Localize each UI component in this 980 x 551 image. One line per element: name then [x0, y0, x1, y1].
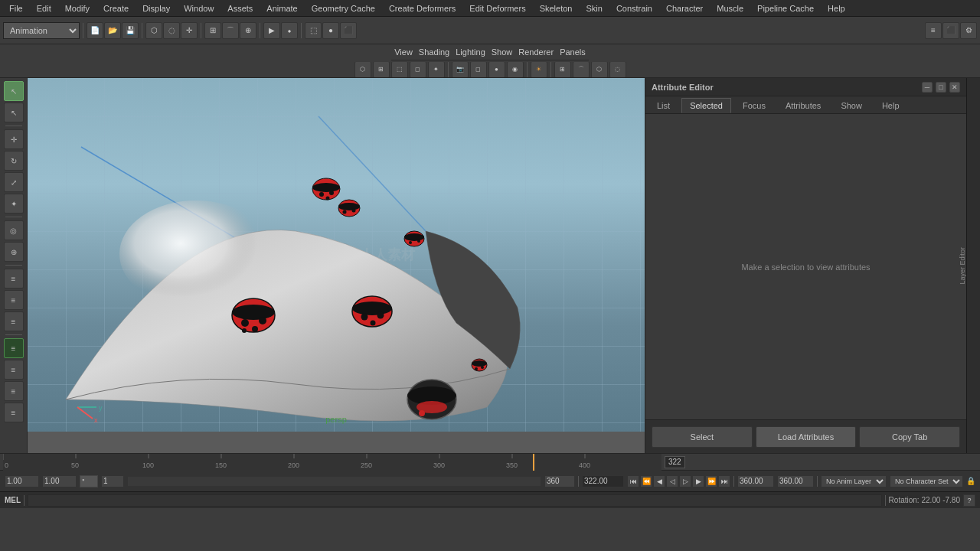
menu-constrain[interactable]: Constrain	[610, 2, 658, 15]
move-btn[interactable]: ✛	[181, 22, 198, 39]
select-btn[interactable]: Select	[652, 426, 753, 448]
layer-btn-1[interactable]: ≡	[4, 269, 24, 289]
viewport[interactable]: www.rr-sc.com 人人素材	[28, 78, 645, 453]
menu-file[interactable]: File	[3, 2, 29, 15]
playhead[interactable]	[533, 454, 534, 471]
vp-show-menu[interactable]: Show	[492, 47, 513, 57]
save-file-btn[interactable]: 💾	[122, 22, 139, 39]
mel-input[interactable]	[28, 494, 881, 507]
snap-curve-btn[interactable]: ⌒	[222, 22, 239, 39]
menu-character[interactable]: Character	[660, 2, 709, 15]
vp-renderer-menu[interactable]: Renderer	[518, 47, 554, 57]
ipr-btn[interactable]: ⬥	[281, 22, 298, 39]
tool-settings-btn[interactable]: ⚙	[960, 22, 977, 39]
menu-create-deformers[interactable]: Create Deformers	[383, 2, 462, 15]
texture-btn[interactable]: ⬛	[340, 22, 357, 39]
soft-mod-btn[interactable]: ◎	[4, 220, 24, 240]
frame-end-field[interactable]	[544, 475, 575, 487]
vp-lighting-menu[interactable]: Lighting	[456, 47, 485, 57]
rotate-tool-btn[interactable]: ↻	[4, 151, 24, 171]
panel-close-btn[interactable]: ✕	[949, 82, 960, 93]
universal-tool-btn[interactable]: ✦	[4, 194, 24, 214]
vp-shading-menu[interactable]: Shading	[419, 47, 449, 57]
menu-help[interactable]: Help	[822, 2, 851, 15]
menu-modify[interactable]: Modify	[59, 2, 96, 15]
tab-attributes[interactable]: Attributes	[777, 98, 829, 113]
vp-icon-smooth[interactable]: ◉	[507, 62, 524, 77]
copy-tab-btn[interactable]: Copy Tab	[859, 426, 960, 448]
vp-icon-1[interactable]: ⬡	[354, 62, 371, 77]
move-tool-btn[interactable]: ✛	[4, 129, 24, 149]
go-end-btn[interactable]: ⏭	[718, 475, 730, 487]
layer-btn-3[interactable]: ≡	[4, 311, 24, 331]
open-file-btn[interactable]: 📂	[104, 22, 121, 39]
new-file-btn[interactable]: 📄	[87, 22, 103, 39]
snap-grid-btn[interactable]: ⊞	[204, 22, 221, 39]
menu-muscle[interactable]: Muscle	[710, 2, 750, 15]
wireframe-btn[interactable]: ⬚	[305, 22, 322, 39]
help-line-btn[interactable]: ?	[963, 494, 975, 507]
range-start-field[interactable]	[737, 475, 774, 487]
mode-dropdown[interactable]: Animation Modeling Rigging	[3, 22, 80, 39]
vp-icon-curve[interactable]: ⌒	[573, 62, 590, 77]
tab-help[interactable]: Help	[874, 98, 908, 113]
menu-create[interactable]: Create	[97, 2, 135, 15]
panel-minimize-btn[interactable]: ─	[922, 82, 933, 93]
channel-box-btn[interactable]: ≡	[925, 22, 942, 39]
lasso-btn[interactable]: ◌	[163, 22, 180, 39]
vp-icon-poly[interactable]: ⬡	[591, 62, 608, 77]
vp-icon-light[interactable]: ☀	[531, 62, 547, 77]
smooth-btn[interactable]: ●	[322, 22, 339, 39]
menu-window[interactable]: Window	[178, 2, 220, 15]
next-key-btn[interactable]: ⏩	[705, 475, 717, 487]
menu-skeleton[interactable]: Skeleton	[534, 2, 579, 15]
menu-geometry-cache[interactable]: Geometry Cache	[305, 2, 381, 15]
menu-pipeline-cache[interactable]: Pipeline Cache	[751, 2, 820, 15]
char-set-dropdown[interactable]: No Character Set	[890, 475, 963, 487]
vp-icon-2[interactable]: ⊞	[373, 62, 390, 77]
vp-icon-cam[interactable]: 📷	[452, 62, 469, 77]
tab-focus[interactable]: Focus	[734, 98, 774, 113]
menu-edit-deformers[interactable]: Edit Deformers	[463, 2, 531, 15]
vp-icon-sphere[interactable]: ●	[488, 62, 505, 77]
menu-animate[interactable]: Animate	[260, 2, 303, 15]
vp-icon-4[interactable]: ◻	[410, 62, 426, 77]
tab-show[interactable]: Show	[832, 98, 871, 113]
attr-editor-btn[interactable]: ⬛	[942, 22, 959, 39]
layer-btn-5[interactable]: ≡	[4, 360, 24, 380]
prev-key-btn[interactable]: ⏪	[640, 475, 652, 487]
select-tool-btn[interactable]: ↖	[4, 81, 24, 101]
panel-maximize-btn[interactable]: □	[936, 82, 946, 93]
play-fwd-btn[interactable]: ▷	[679, 475, 691, 487]
speed-min-field[interactable]	[5, 475, 39, 487]
paint-select-btn[interactable]: ↖	[4, 103, 24, 122]
vp-icon-grid[interactable]: ⊞	[554, 62, 571, 77]
step-back-btn[interactable]: ◀	[653, 475, 665, 487]
render-btn[interactable]: ▶	[263, 22, 280, 39]
current-frame-field[interactable]	[582, 475, 624, 487]
vp-icon-nurbs[interactable]: ◌	[609, 62, 626, 77]
vp-icon-5[interactable]: ✦	[428, 62, 445, 77]
speed-max-field[interactable]	[42, 475, 77, 487]
layer-btn-4[interactable]: ≡	[4, 338, 24, 358]
layer-btn-6[interactable]: ≡	[4, 381, 24, 401]
go-start-btn[interactable]: ⏮	[627, 475, 639, 487]
show-manip-btn[interactable]: ⊕	[4, 242, 24, 262]
vp-icon-3[interactable]: ⬚	[391, 62, 408, 77]
vp-icon-box[interactable]: ◻	[470, 62, 487, 77]
menu-assets[interactable]: Assets	[221, 2, 259, 15]
anim-bar[interactable]	[127, 476, 541, 487]
scale-tool-btn[interactable]: ⤢	[4, 172, 24, 192]
play-back-btn[interactable]: ◁	[666, 475, 678, 487]
frame-start-field[interactable]	[101, 475, 124, 487]
timeline-ruler[interactable]: 0 50 100 150 200 250 300 350 400	[3, 454, 662, 471]
menu-skin[interactable]: Skin	[580, 2, 608, 15]
anim-layer-dropdown[interactable]: No Anim Layer	[821, 475, 887, 487]
range-end-field[interactable]	[777, 475, 814, 487]
snap-point-btn[interactable]: ⊕	[240, 22, 256, 39]
menu-display[interactable]: Display	[136, 2, 176, 15]
scene-canvas[interactable]: www.rr-sc.com 人人素材	[28, 78, 645, 432]
menu-edit[interactable]: Edit	[31, 2, 57, 15]
tab-list[interactable]: List	[648, 98, 678, 113]
vp-panels-menu[interactable]: Panels	[560, 47, 586, 57]
